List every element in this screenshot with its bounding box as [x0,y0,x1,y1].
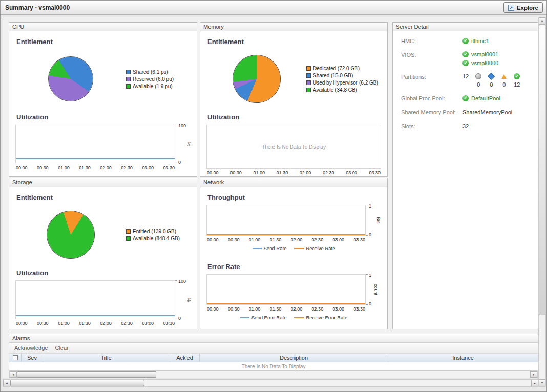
legend-item: Available (1.9 pu) [126,84,191,89]
x-tick-label: 01:30 [79,165,91,170]
storage-entitlement-chart-row: Entitled (139.0 GB) Available (848.4 GB) [15,205,191,264]
x-tick-label: 02:00 [291,306,303,312]
slots-value: 32 [462,122,469,129]
legend-label: Available (848.4 GB) [133,236,180,241]
x-tick-label: 02:30 [121,165,133,170]
x-tick-label: 01:00 [58,165,70,170]
legend-item: Send Rate [253,245,287,251]
no-data-message: There Is No Data To Display [207,125,381,168]
select-all-checkbox[interactable] [13,355,18,360]
network-panel-header: Network [200,178,387,187]
partitions-label: Partitions: [401,73,462,88]
legend-swatch [126,84,131,89]
y-axis-max-label: 1 [369,203,371,209]
scroll-right-button[interactable]: ► [530,371,537,378]
receive-error-rate-line [207,303,365,304]
legend-item: Receive Error Rate [294,315,347,320]
legend-item: Reserved (6.0 pu) [126,76,191,82]
vios-value-link[interactable]: vsmpl0000 [471,60,498,66]
partition-status-icon [501,73,507,79]
status-ok-icon [462,51,469,57]
memory-entitlement-heading: Entitlement [207,37,381,46]
network-error-rate-legend: Send Error Rate Receive Error Rate [206,315,381,320]
scrollbar-thumb[interactable] [10,380,144,386]
network-panel: Network Throughput 1 0 B/s [200,178,388,329]
x-tick-label: 01:30 [277,170,288,175]
cpu-utilization-x-axis: 00:0000:3001:0001:3002:0002:3003:0003:30 [15,165,175,170]
x-tick-label: 02:30 [121,321,133,326]
column-header[interactable]: Title [43,354,170,362]
network-error-rate-x-axis: 00:0000:3001:0001:3002:0002:3003:0003:30 [206,306,366,312]
select-all-cell [9,354,22,362]
scroll-up-button[interactable]: ▲ [539,17,545,25]
alarms-toolbar: Acknowledge Clear [9,343,538,354]
legend-line-swatch [294,317,304,318]
column-header[interactable]: Description [200,354,388,362]
column-header[interactable]: Sev [22,354,43,362]
clear-button[interactable]: Clear [55,345,68,351]
server-detail-panel-header: Server Detail [393,23,538,31]
y-axis-unit-label: count [373,284,378,295]
page-vertical-scrollbar[interactable]: ▲ ▼ [538,17,546,387]
shared-memory-pool-value: SharedMemoryPool [462,109,512,115]
vios-value-list: vsmpl0001 vsmpl0000 [462,51,498,66]
vios-row: VIOS: vsmpl0001 vsmpl0000 [401,51,534,66]
scroll-right-button[interactable]: ► [531,380,538,386]
x-tick-label: 00:00 [207,170,219,175]
x-tick-label: 01:30 [79,321,91,326]
partition-status-count: 0 [490,81,493,88]
storage-entitlement-legend: Entitled (139.0 GB) Available (848.4 GB) [126,229,191,241]
scroll-left-button[interactable]: ◄ [3,380,10,386]
y-axis-max-label: 1 [369,273,371,278]
alarms-horizontal-scrollbar[interactable]: ◄ ► [9,370,538,378]
scrollbar-thumb[interactable] [539,25,545,315]
x-tick-label: 02:30 [323,170,334,175]
column-header[interactable]: Ack'ed [170,354,200,362]
scrollbar-track[interactable] [17,371,530,378]
x-tick-label: 01:00 [58,321,70,326]
legend-label: Entitled (139.0 GB) [133,229,176,234]
page-title: Summary - vsmal0000 [5,4,70,11]
x-tick-label: 03:00 [333,237,345,242]
legend-item: Dedicated (72.0 GB) [306,66,381,71]
memory-panel: Memory Entitlement Dedicated (72.0 GB) S… [200,22,388,177]
memory-panel-title: Memory [203,24,224,30]
legend-label: Available (1.9 pu) [133,84,173,89]
x-tick-label: 00:00 [16,321,28,326]
acknowledge-button[interactable]: Acknowledge [14,345,48,351]
y-axis-min-label: 0 [369,232,371,237]
scrollbar-track[interactable] [539,25,545,379]
legend-label: Receive Rate [306,245,335,251]
x-tick-label: 00:30 [37,321,49,326]
global-proc-pool-value-link[interactable]: DefaultPool [471,95,500,101]
explore-button[interactable]: Explore [503,2,543,13]
storage-utilization-x-axis: 00:0000:3001:0001:3002:0002:3003:0003:30 [15,321,175,326]
scrollbar-thumb[interactable] [17,371,156,378]
legend-item: Entitled (139.0 GB) [126,229,191,234]
cpu-entitlement-legend: Shared (6.1 pu) Reserved (6.0 pu) Availa… [126,69,191,89]
scroll-down-button[interactable]: ▼ [539,379,545,386]
x-tick-label: 00:00 [16,165,28,170]
legend-item: Used by Hypervisor (6.2 GB) [306,80,381,86]
scroll-left-button[interactable]: ◄ [10,371,17,378]
cpu-entitlement-chart-row: Shared (6.1 pu) Reserved (6.0 pu) Availa… [15,49,191,109]
x-tick-label: 00:00 [207,306,219,312]
page-horizontal-scrollbar[interactable]: ◄ ► [3,379,539,387]
alarms-panel: Alarms Acknowledge Clear SevTitleAck'edD… [9,334,538,378]
y-axis-unit-label: B/s [375,217,381,223]
cpu-utilization-plot-area [15,125,175,163]
column-header[interactable]: Instance [388,354,538,362]
x-tick-label: 03:00 [142,321,154,326]
storage-panel: Storage Entitlement Entitled (139.0 GB) … [9,178,197,329]
x-tick-label: 02:00 [291,237,303,242]
legend-swatch [306,88,311,92]
scrollbar-track[interactable] [10,380,531,386]
x-tick-label: 00:30 [228,306,240,312]
x-tick-label: 01:00 [249,237,261,242]
explore-button-label: Explore [517,5,538,11]
vios-value-link[interactable]: vsmpl0001 [471,51,498,57]
hmc-value-link[interactable]: itlhmc1 [471,38,489,44]
legend-swatch [306,73,311,78]
legend-swatch [126,229,131,234]
vios-value-line: vsmpl0001 [462,51,498,57]
